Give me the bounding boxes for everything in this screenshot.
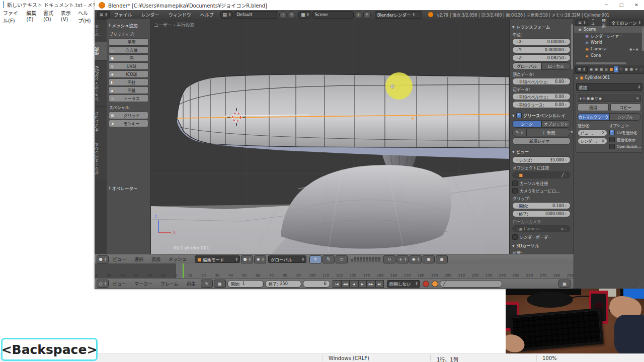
eye-toggle-icon[interactable]: ● — [591, 97, 594, 101]
layers-widget[interactable] — [351, 257, 380, 261]
jump-to-start-button[interactable]: |◀ — [333, 280, 341, 288]
menu-render[interactable]: レンダー — [137, 12, 164, 18]
scene-tab[interactable]: ▩ — [599, 66, 604, 72]
clip-start-field[interactable]: 開始:0.100 — [512, 202, 571, 209]
world-tab[interactable]: ◍ — [604, 66, 608, 72]
render-engine-select[interactable]: Blenderレンダー — [375, 11, 422, 19]
outliner-filter-select[interactable]: 全てのシーン — [609, 20, 643, 26]
crease-field[interactable]: 平均クリース:0.00 — [512, 101, 571, 108]
manipulator-scale-button[interactable]: ▭ — [336, 255, 348, 263]
menu-window[interactable]: ウィンドウ — [164, 12, 196, 18]
add-torus-button[interactable]: ◎トーラス — [109, 95, 148, 102]
lock-object-field[interactable]: ■╱ — [512, 171, 571, 178]
local-camera-field[interactable]: ▣ Camera✕ — [512, 225, 571, 232]
snap-element-button[interactable]: ＋ — [396, 255, 409, 263]
manipulator-rotate-button[interactable]: ↻ — [323, 255, 335, 263]
play-reverse-button[interactable]: ◀ — [350, 280, 358, 288]
apply-button[interactable]: 適用 — [578, 104, 609, 111]
autokey-record-button[interactable] — [423, 281, 429, 287]
tab-shading-uv[interactable]: シェーディング/UV — [95, 60, 107, 106]
add-circle-button[interactable]: ●円 — [109, 54, 148, 62]
view-panel-header[interactable]: ▼ビュー — [512, 148, 571, 154]
object-tab[interactable]: ■ — [609, 66, 613, 72]
add-cylinder-button[interactable]: ▮円柱 — [109, 78, 148, 86]
notepad-menu-format[interactable]: 書式(O) — [40, 9, 58, 16]
properties-editor-button[interactable]: ≡ — [575, 66, 588, 73]
outliner-vertical-scrollbar[interactable] — [642, 27, 644, 51]
render-opengl-button[interactable]: ▣ — [423, 255, 435, 263]
opensubdiv-row[interactable]: OpenSubdi... — [609, 144, 641, 149]
global-button[interactable]: グローバル — [512, 62, 541, 70]
outliner-item-camera[interactable]: ▣Camera●▸▣ — [574, 46, 644, 52]
add-grid-button[interactable]: ▦グリッド — [109, 112, 148, 119]
render-opengl-anim-button[interactable]: ▣ — [436, 255, 448, 263]
lock-camera-checkbox[interactable] — [512, 188, 518, 194]
subdivide-uv-checkbox[interactable] — [609, 130, 615, 135]
resize-grip[interactable]: ⋰ — [639, 283, 643, 288]
orientation-select[interactable]: グローバル — [268, 255, 306, 263]
render-toggle-icon[interactable]: ▣ — [587, 97, 590, 101]
select-menu[interactable]: 選択 — [130, 256, 147, 262]
modifier-header[interactable]: ▼ ✛ ▣ ● ▽ ◉ ✕ — [578, 95, 641, 102]
close-button[interactable]: ✕ — [629, 0, 644, 10]
view-menu[interactable]: ビュー — [109, 256, 130, 262]
breadcrumb-object-name[interactable]: Cylinder.001 — [585, 75, 610, 80]
render-border-checkbox[interactable] — [512, 234, 518, 240]
outliner-menu-search[interactable]: 検索 — [600, 19, 608, 28]
outliner-horizontal-scrollbar[interactable] — [576, 62, 626, 64]
use-preview-range-button[interactable]: ✎ — [201, 280, 213, 288]
cage-toggle-icon[interactable]: ◉ — [599, 97, 602, 101]
transform-panel-header[interactable]: ▼トランスフォーム — [512, 24, 571, 30]
add-layout-button[interactable]: ＋ — [279, 11, 287, 19]
jump-to-end-button[interactable]: ▶| — [375, 280, 384, 288]
optimal-display-row[interactable]: 最適化表示 — [609, 137, 641, 142]
vertex-bevel-field[interactable]: 平均ベベルウェ:0.00 — [512, 78, 571, 85]
opensubdiv-checkbox[interactable] — [609, 144, 615, 149]
copy-button[interactable]: コピー — [610, 104, 641, 111]
notepad-menu-help[interactable]: ヘルプ(H) — [75, 9, 96, 16]
timeline-frame-menu[interactable]: フレーム — [156, 281, 183, 287]
gp-scene-button[interactable]: シーン — [512, 120, 541, 128]
outliner-item-world[interactable]: ◍World — [574, 39, 644, 46]
current-frame-playhead[interactable] — [183, 263, 184, 278]
view-subdivisions-field[interactable]: ビュー:2 — [578, 130, 607, 136]
physics-tab[interactable]: ◌ — [639, 66, 643, 72]
outliner-item-cone[interactable]: ▲Cone — [574, 52, 644, 59]
add-menu[interactable]: 追加 — [147, 256, 165, 262]
scene-select[interactable]: Scene — [312, 11, 354, 19]
editmode-toggle-icon[interactable]: ▽ — [595, 97, 597, 101]
minimize-button[interactable]: ─ — [599, 0, 614, 10]
proportional-edit-button[interactable]: ◉ — [410, 255, 422, 263]
manipulator-translate-button[interactable]: ✛ — [309, 255, 321, 263]
viewport-shading-button[interactable]: ● — [241, 255, 253, 263]
play-button[interactable]: ▶ — [358, 280, 367, 288]
add-plane-button[interactable]: ▭平面 — [109, 38, 148, 46]
lock-cursor-checkbox[interactable] — [512, 180, 518, 186]
mesh-menu[interactable]: メッシュ — [165, 256, 191, 262]
screen-layout-select[interactable]: Default — [234, 11, 278, 19]
gp-datablock-button[interactable]: ✎ — [512, 129, 526, 136]
screen-layout-icon-button[interactable]: ▤ — [220, 11, 233, 19]
add-cube-button[interactable]: □立方体 — [109, 46, 148, 54]
lock-camera-row[interactable]: カメラをビューにロ... — [512, 188, 571, 194]
keying-set-dot-button[interactable] — [432, 281, 438, 287]
add-modifier-select[interactable]: 追加 — [576, 83, 642, 91]
scene-icon-button[interactable]: ▩ — [298, 11, 311, 19]
snap-toggle-button[interactable]: ∪ — [383, 255, 395, 263]
current-frame-field[interactable]: 6 — [303, 280, 330, 288]
mode-select[interactable]: ■ 編集モード — [195, 255, 240, 263]
edge-bevel-field[interactable]: 平均ベベルウェ:0.00 — [512, 93, 571, 100]
simple-button[interactable]: シンプル — [609, 113, 641, 121]
menu-file[interactable]: ファイル — [110, 12, 137, 18]
add-monkey-button[interactable]: ◑モンキー — [109, 120, 148, 127]
median-y-field[interactable]: Y:0.000000 — [512, 46, 571, 53]
add-uv-sphere-button[interactable]: ◍UV球 — [109, 62, 148, 70]
texture-tab[interactable]: ▦ — [629, 66, 633, 72]
grease-pencil-checkbox[interactable] — [516, 113, 522, 118]
lock-time-button[interactable]: ▦ — [214, 280, 226, 288]
blender-titlebar[interactable]: Blender* [C:¥Users¥mamepika¥Documents¥ジョ… — [95, 0, 644, 10]
menu-help[interactable]: ヘルプ — [196, 12, 218, 18]
particles-tab[interactable]: ∗ — [634, 66, 638, 72]
timeline-marker-menu[interactable]: マーカー — [130, 281, 156, 287]
add-cone-button[interactable]: ▲円錐 — [109, 86, 148, 94]
